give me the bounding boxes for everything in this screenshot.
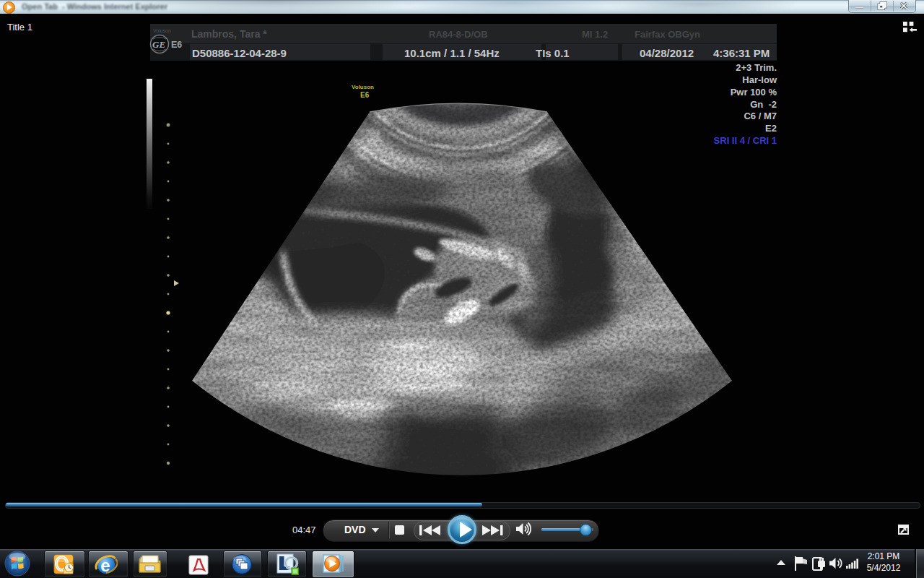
svg-text:Fairfax OBGyn: Fairfax OBGyn [635,29,700,40]
svg-text:MI 1.2: MI 1.2 [582,29,608,40]
svg-text:04/28/2012: 04/28/2012 [640,47,694,59]
svg-text:D50886-12-04-28-9: D50886-12-04-28-9 [192,47,287,59]
svg-text:Gn -2: Gn -2 [750,99,777,110]
svg-text:SRI II 4 / CRI 1: SRI II 4 / CRI 1 [714,135,777,146]
svg-text:2+3 Trim.: 2+3 Trim. [736,62,777,73]
svg-text:C6 / M7: C6 / M7 [744,111,777,121]
svg-text:Har-low: Har-low [742,74,777,85]
svg-text:Voluson: Voluson [352,84,374,90]
svg-text:E6: E6 [360,91,370,99]
svg-text:Pwr 100 %: Pwr 100 % [731,87,777,98]
svg-text:Lambros, Tara *: Lambros, Tara * [191,28,267,40]
svg-text:E2: E2 [765,123,777,134]
svg-text:TIs 0.1: TIs 0.1 [536,47,570,59]
svg-text:E6: E6 [171,40,182,50]
svg-text:Voluson: Voluson [153,28,171,33]
svg-text:4:36:31 PM: 4:36:31 PM [713,47,770,59]
svg-text:G​E: G​E [152,39,165,50]
svg-text:RA84-8-D/OB: RA84-8-D/OB [429,29,488,40]
svg-text:10.1cm / 1.1 / 54Hz: 10.1cm / 1.1 / 54Hz [404,47,500,59]
